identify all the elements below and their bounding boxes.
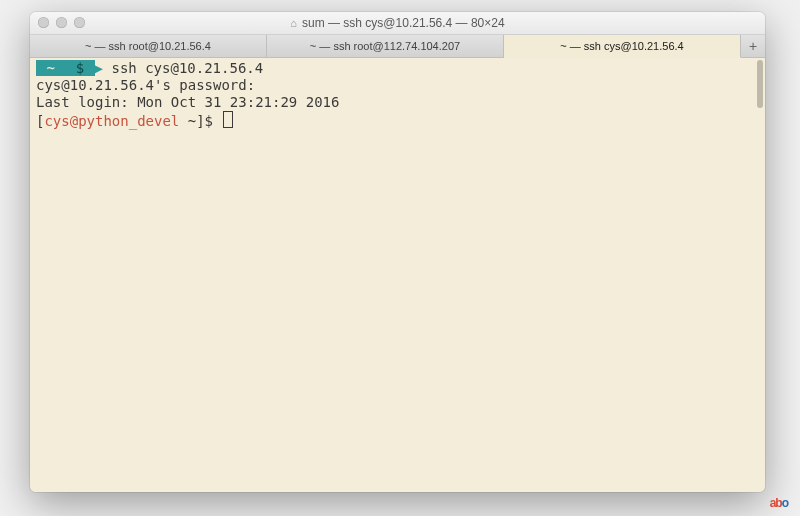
prompt-arrow-icon: ▶ [95, 60, 103, 76]
window-title: ⌂ sum — ssh cys@10.21.56.4 — 80×24 [290, 16, 504, 30]
plus-icon: + [749, 38, 757, 54]
zoom-icon[interactable] [74, 17, 85, 28]
prompt-segment: $ [65, 60, 94, 76]
tab-label: ~ — ssh root@112.74.104.207 [310, 40, 460, 52]
tab-label: ~ — ssh root@10.21.56.4 [85, 40, 211, 52]
titlebar[interactable]: ⌂ sum — ssh cys@10.21.56.4 — 80×24 [30, 12, 765, 35]
tab-3[interactable]: ~ — ssh cys@10.21.56.4 [504, 35, 741, 58]
terminal-line: ~ $ ▶ ssh cys@10.21.56.4 [36, 60, 759, 77]
user-host: cys@python_devel [44, 113, 179, 129]
scrollbar[interactable] [757, 60, 763, 108]
terminal-line: [cys@python_devel ~]$ [36, 111, 759, 130]
tab-2[interactable]: ~ — ssh root@112.74.104.207 [267, 35, 504, 57]
close-icon[interactable] [38, 17, 49, 28]
command-text: ssh cys@10.21.56.4 [111, 60, 263, 76]
add-tab-button[interactable]: + [741, 35, 765, 57]
terminal-body[interactable]: ~ $ ▶ ssh cys@10.21.56.4 cys@10.21.56.4'… [30, 58, 765, 492]
tab-bar: ~ — ssh root@10.21.56.4 ~ — ssh root@112… [30, 35, 765, 58]
minimize-icon[interactable] [56, 17, 67, 28]
prompt-segment: ~ [36, 60, 65, 76]
cursor [223, 111, 233, 128]
traffic-lights [38, 17, 85, 28]
terminal-line: cys@10.21.56.4's password: [36, 77, 759, 94]
tab-label: ~ — ssh cys@10.21.56.4 [560, 40, 683, 52]
watermark: abo [770, 496, 788, 510]
window-title-text: sum — ssh cys@10.21.56.4 — 80×24 [302, 16, 505, 30]
tab-1[interactable]: ~ — ssh root@10.21.56.4 [30, 35, 267, 57]
home-icon: ⌂ [290, 17, 297, 29]
terminal-window: ⌂ sum — ssh cys@10.21.56.4 — 80×24 ~ — s… [30, 12, 765, 492]
terminal-line: Last login: Mon Oct 31 23:21:29 2016 [36, 94, 759, 111]
